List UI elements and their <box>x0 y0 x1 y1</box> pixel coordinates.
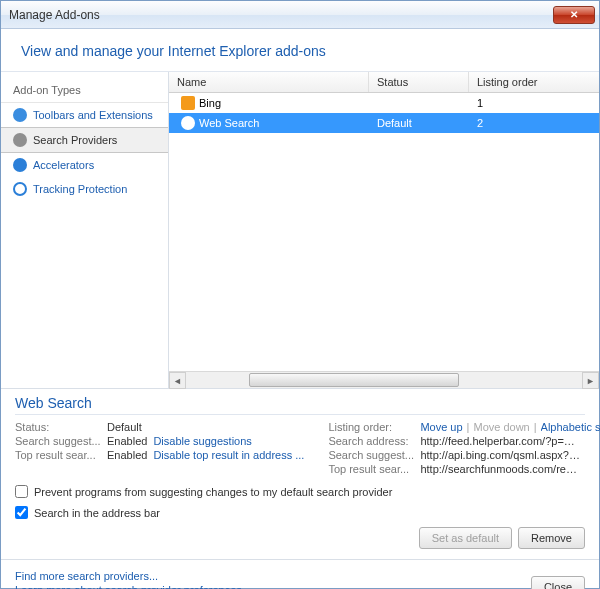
divider <box>15 414 585 415</box>
provider-status <box>369 102 469 104</box>
sidebar-item-label: Search Providers <box>33 134 117 146</box>
set-default-button[interactable]: Set as default <box>419 527 512 549</box>
scrollbar-thumb[interactable] <box>249 373 459 387</box>
search-addressbar-checkbox[interactable] <box>15 506 28 519</box>
prohibit-icon <box>13 182 27 196</box>
sidebar-item-label: Tracking Protection <box>33 183 127 195</box>
titlebar[interactable]: Manage Add-ons ✕ <box>1 1 599 29</box>
search-address-label: Search address: <box>328 435 420 447</box>
footer: Find more search providers... Learn more… <box>1 559 599 589</box>
find-more-providers-link[interactable]: Find more search providers... <box>15 570 242 582</box>
suggestions-value: Enabled <box>107 435 147 447</box>
search-address-value: http://feed.helperbar.com/?p=mKO_... <box>420 435 580 447</box>
prevent-changes-checkbox-row[interactable]: Prevent programs from suggesting changes… <box>15 485 585 498</box>
search-suggest-value: http://api.bing.com/qsml.aspx?query... <box>420 449 580 461</box>
sidebar-item-search-providers[interactable]: Search Providers <box>1 127 168 153</box>
list-item[interactable]: Bing 1 <box>169 93 599 113</box>
column-header-status[interactable]: Status <box>369 72 469 92</box>
footer-links: Find more search providers... Learn more… <box>15 570 242 589</box>
list-item[interactable]: Web Search Default 2 <box>169 113 599 133</box>
alphabetic-sort-link[interactable]: Alphabetic sort <box>541 421 600 433</box>
list-header: Name Status Listing order <box>169 72 599 93</box>
header-title: View and manage your Internet Explorer a… <box>21 43 579 59</box>
sidebar-item-accelerators[interactable]: Accelerators <box>1 153 168 177</box>
prevent-changes-label: Prevent programs from suggesting changes… <box>34 486 392 498</box>
provider-name: Web Search <box>199 117 259 129</box>
accelerator-icon <box>13 158 27 172</box>
content-area: Add-on Types Toolbars and Extensions Sea… <box>1 72 599 388</box>
prevent-changes-checkbox[interactable] <box>15 485 28 498</box>
disable-top-result-link[interactable]: Disable top result in address ... <box>153 449 304 461</box>
providers-list-panel: Name Status Listing order Bing 1 Web Se <box>169 72 599 388</box>
sidebar-item-label: Accelerators <box>33 159 94 171</box>
details-title: Web Search <box>15 395 585 411</box>
bing-icon <box>181 96 195 110</box>
sidebar-item-label: Toolbars and Extensions <box>33 109 153 121</box>
magnifier-icon <box>13 133 27 147</box>
column-header-listing-order[interactable]: Listing order <box>469 72 599 92</box>
search-suggest-label: Search suggest... <box>328 449 420 461</box>
top-result-url-label: Top result sear... <box>328 463 420 475</box>
provider-order: 1 <box>469 96 599 110</box>
sidebar-item-tracking-protection[interactable]: Tracking Protection <box>1 177 168 201</box>
gear-icon <box>13 108 27 122</box>
search-addressbar-label: Search in the address bar <box>34 507 160 519</box>
manage-addons-window: Manage Add-ons ✕ View and manage your In… <box>0 0 600 589</box>
details-right-column: Listing order: Move up | Move down | Alp… <box>328 421 600 477</box>
column-header-name[interactable]: Name <box>169 72 369 92</box>
list-body: Bing 1 Web Search Default 2 <box>169 93 599 371</box>
details-left-column: Status: Default Search suggest... Enable… <box>15 421 304 477</box>
top-result-label: Top result sear... <box>15 449 107 461</box>
remove-button[interactable]: Remove <box>518 527 585 549</box>
move-down-link: Move down <box>473 421 529 433</box>
provider-icon <box>181 116 195 130</box>
provider-name: Bing <box>199 97 221 109</box>
disable-suggestions-link[interactable]: Disable suggestions <box>153 435 251 447</box>
scroll-right-arrow-icon[interactable]: ► <box>582 372 599 389</box>
window-title: Manage Add-ons <box>9 8 553 22</box>
search-addressbar-checkbox-row[interactable]: Search in the address bar <box>15 506 585 519</box>
status-value: Default <box>107 421 142 433</box>
provider-order: 2 <box>469 116 599 130</box>
details-button-row: Set as default Remove <box>15 527 585 549</box>
details-pane: Web Search Status: Default Search sugges… <box>1 388 599 559</box>
learn-more-link[interactable]: Learn more about search provider prefere… <box>15 584 242 589</box>
move-up-link[interactable]: Move up <box>420 421 462 433</box>
listing-order-label: Listing order: <box>328 421 420 433</box>
sidebar-item-toolbars-extensions[interactable]: Toolbars and Extensions <box>1 103 168 127</box>
close-button[interactable]: Close <box>531 576 585 589</box>
header-band: View and manage your Internet Explorer a… <box>1 29 599 72</box>
provider-status: Default <box>369 116 469 130</box>
window-close-button[interactable]: ✕ <box>553 6 595 24</box>
sidebar-heading: Add-on Types <box>1 80 168 103</box>
scroll-left-arrow-icon[interactable]: ◄ <box>169 372 186 389</box>
top-result-value: Enabled <box>107 449 147 461</box>
sidebar: Add-on Types Toolbars and Extensions Sea… <box>1 72 169 388</box>
suggestions-label: Search suggest... <box>15 435 107 447</box>
horizontal-scrollbar[interactable]: ◄ ► <box>169 371 599 388</box>
top-result-url-value: http://searchfunmoods.com/results.p... <box>420 463 580 475</box>
status-label: Status: <box>15 421 107 433</box>
close-icon: ✕ <box>570 9 578 20</box>
